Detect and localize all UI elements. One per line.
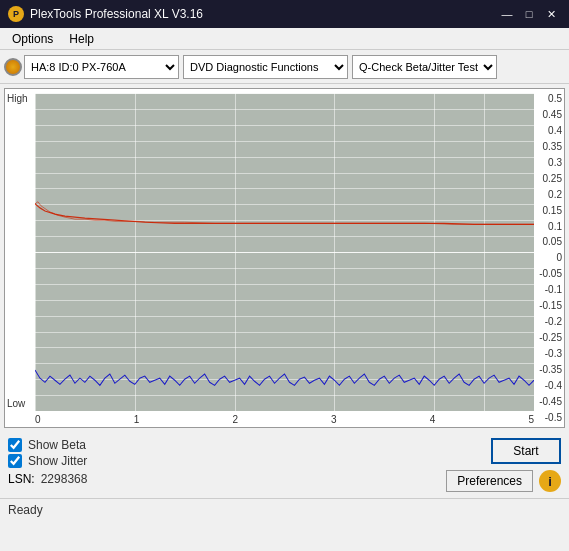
drive-selector: HA:8 ID:0 PX-760A (4, 55, 179, 79)
status-text: Ready (8, 503, 43, 517)
lsn-label: LSN: (8, 472, 35, 486)
chart-x-axis: 0 1 2 3 4 5 (35, 411, 534, 427)
jitter-line (35, 370, 534, 385)
show-beta-label[interactable]: Show Beta (28, 438, 86, 452)
show-jitter-checkbox[interactable] (8, 454, 22, 468)
show-beta-row: Show Beta (8, 438, 87, 452)
maximize-button[interactable]: □ (519, 4, 539, 24)
lsn-row: LSN: 2298368 (8, 472, 87, 486)
function-select[interactable]: DVD Diagnostic Functions (183, 55, 348, 79)
chart-y-axis-right: 0.5 0.45 0.4 0.35 0.3 0.25 0.2 0.15 0.1 … (534, 89, 564, 427)
show-beta-checkbox[interactable] (8, 438, 22, 452)
chart-container: High Low (4, 88, 565, 428)
title-bar-left: P PlexTools Professional XL V3.16 (8, 6, 203, 22)
minimize-button[interactable]: — (497, 4, 517, 24)
lsn-value: 2298368 (41, 472, 88, 486)
show-jitter-row: Show Jitter (8, 454, 87, 468)
window-title: PlexTools Professional XL V3.16 (30, 7, 203, 21)
drive-select[interactable]: HA:8 ID:0 PX-760A (24, 55, 179, 79)
close-button[interactable]: ✕ (541, 4, 561, 24)
beta-line (35, 204, 534, 225)
chart-svg (35, 93, 534, 411)
right-controls: Start Preferences i (446, 438, 561, 492)
title-bar: P PlexTools Professional XL V3.16 — □ ✕ (0, 0, 569, 28)
chart-high-label: High (7, 93, 28, 104)
checkboxes: Show Beta Show Jitter (8, 438, 87, 468)
start-button[interactable]: Start (491, 438, 561, 464)
menu-help[interactable]: Help (61, 30, 102, 48)
menu-bar: Options Help (0, 28, 569, 50)
bottom-right-row: Preferences i (446, 470, 561, 492)
chart-low-label: Low (7, 398, 25, 409)
app-icon: P (8, 6, 24, 22)
bottom-panel: Show Beta Show Jitter LSN: 2298368 Start… (0, 432, 569, 498)
title-controls: — □ ✕ (497, 4, 561, 24)
drive-icon (4, 58, 22, 76)
preferences-button[interactable]: Preferences (446, 470, 533, 492)
chart-svg-wrapper (35, 93, 534, 411)
test-select[interactable]: Q-Check Beta/Jitter Test (352, 55, 497, 79)
beta-line-noise (35, 202, 534, 225)
status-bar: Ready (0, 498, 569, 520)
toolbar: HA:8 ID:0 PX-760A DVD Diagnostic Functio… (0, 50, 569, 84)
show-jitter-label[interactable]: Show Jitter (28, 454, 87, 468)
info-button[interactable]: i (539, 470, 561, 492)
menu-options[interactable]: Options (4, 30, 61, 48)
